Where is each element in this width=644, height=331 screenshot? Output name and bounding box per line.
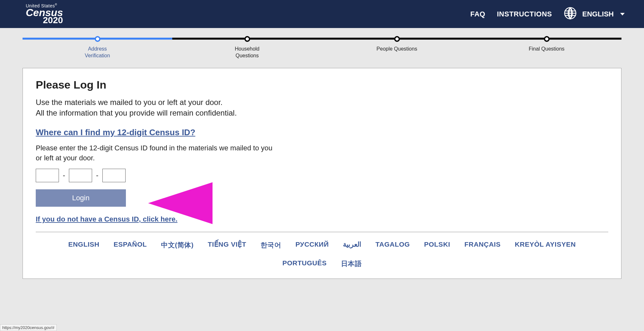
step-dot <box>544 36 550 42</box>
census-id-segment-2[interactable] <box>69 169 92 182</box>
step-dot <box>244 36 250 42</box>
census-id-instruction: Please enter the 12-digit Census ID foun… <box>36 143 280 163</box>
login-card: Please Log In Use the materials we maile… <box>23 68 621 279</box>
subtitle-line2: All the information that you provide wil… <box>36 109 237 117</box>
divider <box>36 232 608 232</box>
lang-arabic[interactable]: العربية <box>343 241 361 250</box>
step-label-line2: Verification <box>85 53 110 58</box>
step-final-questions: Final Questions <box>472 36 621 59</box>
step-people-questions: People Questions <box>322 36 472 59</box>
faq-link[interactable]: FAQ <box>470 10 485 18</box>
dash-separator: - <box>96 171 98 180</box>
census-id-segment-3[interactable] <box>102 169 126 182</box>
globe-icon <box>564 6 577 22</box>
header-nav: FAQ INSTRUCTIONS ENGLISH <box>470 6 625 22</box>
step-label-line2: Questions <box>235 53 259 58</box>
lang-japanese[interactable]: 日本語 <box>341 259 362 268</box>
chevron-down-icon <box>620 13 625 15</box>
step-label-line1: People Questions <box>376 46 417 52</box>
lang-korean[interactable]: 한국어 <box>260 241 281 250</box>
lang-vietnamese[interactable]: TIẾNG VIỆT <box>208 241 246 250</box>
step-label-line1: Final Questions <box>529 46 564 52</box>
lang-french[interactable]: FRANÇAIS <box>464 241 501 250</box>
step-dot <box>95 36 100 42</box>
lang-portuguese[interactable]: PORTUGUÊS <box>282 259 327 268</box>
lang-polish[interactable]: POLSKI <box>424 241 450 250</box>
header: United States® Census 2020 FAQ INSTRUCTI… <box>0 0 644 28</box>
lang-tagalog[interactable]: TAGALOG <box>375 241 410 250</box>
dash-separator: - <box>63 171 65 180</box>
step-label-line1: Address <box>88 46 107 52</box>
step-household-questions: Household Questions <box>172 36 322 59</box>
lang-chinese[interactable]: 中文(简体) <box>161 241 194 250</box>
census-id-segment-1[interactable] <box>36 169 59 182</box>
step-address-verification: Address Verification <box>23 36 172 59</box>
language-list: ENGLISH ESPAÑOL 中文(简体) TIẾNG VIỆT 한국어 РУ… <box>36 241 608 268</box>
lang-haitian[interactable]: KREYÒL AYISYEN <box>515 241 576 250</box>
lang-english[interactable]: ENGLISH <box>68 241 99 250</box>
census-logo: United States® Census 2020 <box>26 3 63 25</box>
find-census-id-link[interactable]: Where can I find my 12-digit Census ID? <box>36 128 608 137</box>
login-button[interactable]: Login <box>36 189 126 207</box>
instructions-link[interactable]: INSTRUCTIONS <box>497 10 552 18</box>
lang-russian[interactable]: РУССКИЙ <box>295 241 329 250</box>
page-title: Please Log In <box>36 79 608 91</box>
no-census-id-link[interactable]: If you do not have a Census ID, click he… <box>36 215 608 223</box>
page-subtitle: Use the materials we mailed to you or le… <box>36 97 608 118</box>
step-label-line1: Household <box>235 46 260 52</box>
progress-tracker: Address Verification Household Questions… <box>0 28 644 68</box>
lang-spanish[interactable]: ESPAÑOL <box>114 241 147 250</box>
logo-registered: ® <box>55 3 57 6</box>
subtitle-line1: Use the materials we mailed to you or le… <box>36 98 223 107</box>
step-dot <box>394 36 400 42</box>
language-switcher[interactable]: ENGLISH <box>564 6 625 22</box>
language-current: ENGLISH <box>582 10 614 18</box>
census-id-inputs: - - <box>36 169 608 182</box>
